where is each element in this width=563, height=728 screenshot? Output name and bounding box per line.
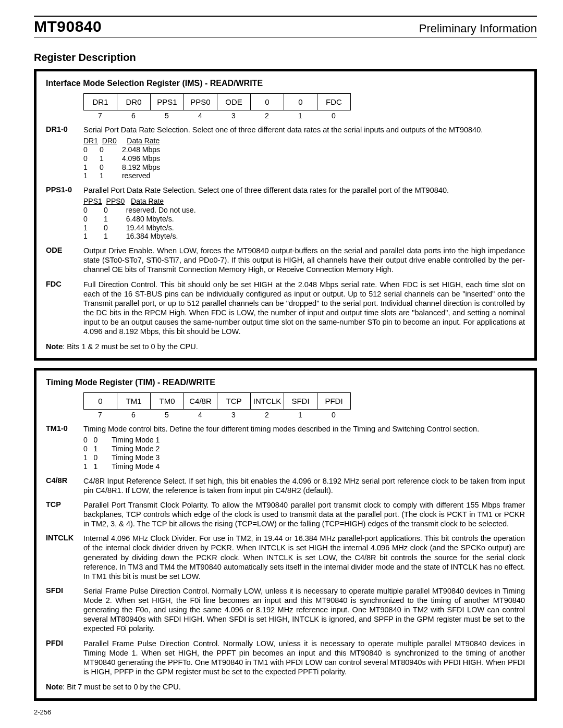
field-desc-dr10: Serial Port Data Rate Selection. Select … <box>83 125 525 180</box>
dr-row: 0 0 2.048 Mbps <box>83 145 160 154</box>
tm-row: 1 1 Timing Mode 4 <box>83 462 160 471</box>
dr-table: DR1 DR0 Data Rate 0 0 2.048 Mbps 0 1 4.0… <box>83 137 525 180</box>
tm-row: 0 0 Timing Mode 1 <box>83 436 160 444</box>
ims-bit-numbers: 7 6 5 4 3 2 1 0 <box>83 112 525 120</box>
pps-table: PPS1 PPS0 Data Rate 0 0 reserved. Do not… <box>83 197 525 241</box>
dr-hdr1: DR1 <box>83 137 98 145</box>
bit-num: 4 <box>183 112 217 120</box>
field-label-tm10: TM1-0 <box>46 424 83 471</box>
field-desc-fdc: Full Direction Control. This bit should … <box>83 280 525 337</box>
bit-num: 5 <box>150 112 183 120</box>
field-label-ode: ODE <box>46 246 83 274</box>
bit-num: 7 <box>83 112 117 120</box>
field-label-intclk: INTCLK <box>46 534 83 581</box>
tm-row: 1 0 Timing Mode 3 <box>83 453 160 462</box>
field-label-pfdi: PFDI <box>46 639 83 677</box>
dr-hdr2: DR0 <box>102 137 117 145</box>
pps-row: 1 0 19.44 Mbyte/s. <box>83 224 174 232</box>
field-desc-pfdi: Parallel Frame Pulse Direction Control. … <box>83 639 525 677</box>
pps-row: 0 0 reserved. Do not use. <box>83 206 196 214</box>
bit-cell: PFDI <box>317 393 351 410</box>
dr-row: 1 0 8.192 Mbps <box>83 163 160 171</box>
bit-num: 6 <box>117 411 150 419</box>
header-top-rule <box>34 16 537 17</box>
bit-num: 0 <box>317 411 350 419</box>
field-label-dr10: DR1-0 <box>46 125 83 180</box>
dr-row: 1 1 reserved <box>83 171 150 180</box>
field-desc-c48r: C4/8R Input Reference Select. If set hig… <box>83 476 525 495</box>
tim-bit-table: 0 TM1 TM0 C4/8R TCP INTCLK SFDI PFDI <box>83 392 525 410</box>
bit-cell: DR0 <box>117 94 151 110</box>
bit-num: 2 <box>250 411 284 419</box>
bit-cell: TCP <box>217 393 251 410</box>
tm-table: 0 0 Timing Mode 1 0 1 Timing Mode 2 1 0 … <box>83 436 525 471</box>
field-label-fdc: FDC <box>46 280 83 337</box>
pps-hdr3: Data Rate <box>131 197 164 205</box>
bit-num: 7 <box>83 411 117 419</box>
field-desc-sfdi: Serial Frame Pulse Direction Control. No… <box>83 586 525 634</box>
pps-row: 1 1 16.384 Mbyte/s. <box>83 232 178 240</box>
bit-cell: INTCLK <box>251 393 284 410</box>
note-prefix: Note <box>46 683 63 691</box>
bit-cell: TM0 <box>151 393 184 410</box>
pps-hdr1: PPS1 <box>83 197 102 205</box>
register-ims-title: Interface Mode Selection Register (IMS) … <box>46 79 525 88</box>
field-label-pps10: PPS1-0 <box>46 186 83 241</box>
note-text: : Bits 1 & 2 must be set to 0 by the CPU… <box>63 342 198 351</box>
page-header: MT90840 Preliminary Information <box>34 18 537 38</box>
section-title: Register Description <box>34 52 537 64</box>
bit-num: 1 <box>284 112 317 120</box>
bit-cell: TM1 <box>117 393 151 410</box>
register-ims-box: Interface Mode Selection Register (IMS) … <box>34 69 537 361</box>
bit-cell: 0 <box>251 94 284 110</box>
bit-num: 2 <box>250 112 284 120</box>
header-bottom-rule <box>34 38 537 38</box>
pps-hdr2: PPS0 <box>106 197 125 205</box>
register-tim-title: Timing Mode Register (TIM) - READ/WRITE <box>46 378 525 387</box>
bit-num: 6 <box>117 112 150 120</box>
bit-cell: SFDI <box>284 393 317 410</box>
field-label-c48r: C4/8R <box>46 476 83 495</box>
part-number: MT90840 <box>34 18 102 35</box>
bit-cell: FDC <box>317 94 351 110</box>
bit-cell: PPS1 <box>151 94 184 110</box>
bit-num: 4 <box>183 411 217 419</box>
pps10-text: Parallel Port Data Rate Selection. Selec… <box>83 186 449 194</box>
bit-cell: ODE <box>217 94 251 110</box>
field-desc-ode: Output Drive Enable. When LOW, forces th… <box>83 246 525 274</box>
bit-cell: PPS0 <box>184 94 217 110</box>
bit-num: 3 <box>217 411 250 419</box>
ims-bit-table: DR1 DR0 PPS1 PPS0 ODE 0 0 FDC <box>83 93 525 110</box>
field-desc-tcp: Parallel Port Transmit Clock Polarity. T… <box>83 500 525 528</box>
register-tim-box: Timing Mode Register (TIM) - READ/WRITE … <box>34 368 537 701</box>
dr10-text: Serial Port Data Rate Selection. Select … <box>83 126 483 134</box>
bit-num: 0 <box>317 112 350 120</box>
field-label-sfdi: SFDI <box>46 586 83 634</box>
bit-cell: 0 <box>84 393 117 410</box>
pps-row: 0 1 6.480 Mbyte/s. <box>83 215 174 223</box>
bit-cell: 0 <box>284 94 317 110</box>
bit-cell: DR1 <box>84 94 117 110</box>
bit-num: 5 <box>150 411 183 419</box>
field-desc-pps10: Parallel Port Data Rate Selection. Selec… <box>83 186 525 241</box>
page-number: 2-256 <box>34 708 537 716</box>
ims-note: Note: Bits 1 & 2 must be set to 0 by the… <box>46 342 525 351</box>
tim-bit-numbers: 7 6 5 4 3 2 1 0 <box>83 411 525 419</box>
bit-cell: C4/8R <box>184 393 217 410</box>
note-text: : Bit 7 must be set to 0 by the CPU. <box>63 683 180 691</box>
tm-row: 0 1 Timing Mode 2 <box>83 445 160 453</box>
tim-note: Note: Bit 7 must be set to 0 by the CPU. <box>46 683 525 691</box>
field-desc-intclk: Internal 4.096 MHz Clock Divider. For us… <box>83 534 525 581</box>
field-desc-tm10: Timing Mode control bits. Define the fou… <box>83 424 525 471</box>
bit-num: 3 <box>217 112 250 120</box>
tm10-text: Timing Mode control bits. Define the fou… <box>83 425 479 433</box>
dr-row: 0 1 4.096 Mbps <box>83 154 160 163</box>
field-label-tcp: TCP <box>46 500 83 528</box>
note-prefix: Note <box>46 342 63 351</box>
header-right-text: Preliminary Information <box>419 22 537 35</box>
bit-num: 1 <box>284 411 317 419</box>
dr-hdr3: Data Rate <box>127 137 160 145</box>
